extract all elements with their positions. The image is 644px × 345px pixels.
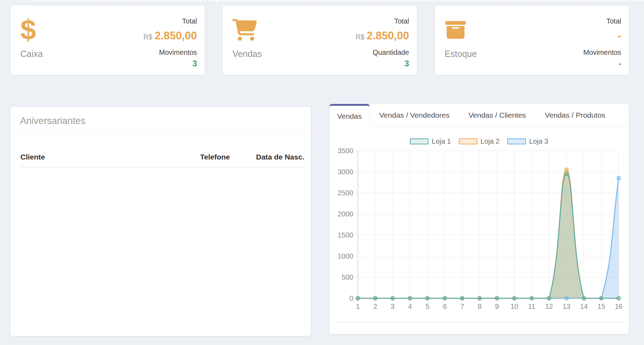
data-point-loja-1 <box>495 297 499 300</box>
data-point-loja-1 <box>513 297 516 300</box>
kpi-cards-row: $ Caixa Total R$2.850,00 Movimentos 3 Ve… <box>11 5 629 75</box>
kpi-card-title: Estoque <box>445 49 477 59</box>
total-value: R$2.850,00 <box>143 30 197 42</box>
y-axis-label: 1000 <box>338 252 354 260</box>
data-point-loja-1 <box>547 297 551 300</box>
total-label: Total <box>583 17 621 25</box>
y-axis-label: 2000 <box>338 210 354 218</box>
kpi-card-estoque: Estoque Total - Movimentos - <box>435 5 629 75</box>
dollar-icon: $ <box>20 16 43 44</box>
count-label: Quantidade <box>355 48 409 57</box>
data-point-loja-1 <box>582 297 586 300</box>
legend-swatch <box>410 138 429 144</box>
tab-vendas[interactable]: Vendas <box>329 104 370 126</box>
x-axis-label: 7 <box>460 302 464 310</box>
legend-item-loja-1[interactable]: Loja 1 <box>410 137 451 145</box>
y-axis-label: 500 <box>342 273 353 281</box>
legend-swatch <box>459 138 477 144</box>
legend-label: Loja 3 <box>529 137 548 145</box>
amount: 2.850,00 <box>367 30 409 42</box>
y-axis-label: 2500 <box>338 189 354 197</box>
x-axis-label: 2 <box>373 302 377 310</box>
tab-vendas-clientes[interactable]: Vendas / Clientes <box>459 104 535 126</box>
total-label: Total <box>143 17 197 25</box>
x-axis-label: 11 <box>528 302 535 310</box>
series-line-loja-1 <box>358 174 619 298</box>
legend-item-loja-3[interactable]: Loja 3 <box>507 137 548 145</box>
legend-swatch <box>507 138 526 144</box>
y-axis-label: 3500 <box>338 147 354 155</box>
chart-tabs: Vendas Vendas / Vendedores Vendas / Clie… <box>329 104 629 126</box>
x-axis-label: 13 <box>562 302 570 310</box>
tab-vendas-produtos[interactable]: Vendas / Produtos <box>535 104 615 126</box>
x-axis-label: 12 <box>545 302 553 310</box>
kpi-card-caixa-stats: Total R$2.850,00 Movimentos 3 <box>143 16 197 75</box>
data-point-loja-1 <box>391 297 394 300</box>
kpi-card-vendas-stats: Total R$2.850,00 Quantidade 3 <box>355 16 409 75</box>
x-axis-label: 6 <box>443 302 447 310</box>
kpi-card-vendas-left: Vendas <box>232 16 262 75</box>
total-label: Total <box>355 17 409 25</box>
data-point-loja-1 <box>617 297 620 300</box>
x-axis-label: 4 <box>408 302 412 310</box>
data-point-loja-3 <box>565 297 568 300</box>
chart-legend: Loja 1Loja 2Loja 3 <box>329 137 629 145</box>
legend-label: Loja 1 <box>432 137 451 145</box>
x-axis-label: 3 <box>391 302 394 310</box>
amount: 2.850,00 <box>155 30 197 42</box>
x-axis-label: 16 <box>615 302 623 310</box>
aniversariantes-title: Aniversariantes <box>11 107 311 134</box>
currency-prefix: R$ <box>355 33 365 41</box>
x-axis-label: 8 <box>478 302 482 310</box>
column-header-data-nasc: Data de Nasc. <box>230 153 304 161</box>
data-point-loja-1 <box>530 297 534 300</box>
data-point-loja-1 <box>356 297 360 300</box>
sales-chart: 0500100015002000250030003500123456789101… <box>329 146 629 322</box>
table-header-underline <box>20 167 305 167</box>
kpi-card-estoque-left: Estoque <box>445 16 477 75</box>
x-axis-label: 5 <box>425 302 429 310</box>
tab-vendas-vendedores[interactable]: Vendas / Vendedores <box>370 104 459 126</box>
data-point-loja-1 <box>478 297 481 300</box>
data-point-loja-1 <box>565 172 568 176</box>
x-axis-label: 15 <box>597 302 605 310</box>
column-header-cliente: Cliente <box>20 153 160 161</box>
x-axis-label: 1 <box>356 302 360 310</box>
sales-chart-panel: Vendas Vendas / Vendedores Vendas / Clie… <box>329 104 629 334</box>
amount: - <box>618 30 621 42</box>
x-axis-label: 10 <box>510 302 518 310</box>
y-axis-label: 3000 <box>338 168 354 176</box>
tab-bar-filler <box>615 104 629 126</box>
top-dashed-divider <box>31 0 644 1</box>
data-point-loja-1 <box>408 297 412 300</box>
birthday-table-header: Cliente Telefone Data de Nasc. <box>11 135 311 161</box>
column-header-telefone: Telefone <box>160 153 230 161</box>
y-axis-label: 0 <box>349 294 353 302</box>
count-value: 3 <box>355 59 409 69</box>
currency-prefix: R$ <box>143 33 153 41</box>
data-point-loja-1 <box>373 297 377 300</box>
kpi-card-caixa-left: $ Caixa <box>20 16 43 75</box>
kpi-card-title: Vendas <box>232 49 262 59</box>
legend-item-loja-2[interactable]: Loja 2 <box>459 137 500 145</box>
data-point-loja-1 <box>443 297 446 300</box>
data-point-loja-2 <box>565 168 568 171</box>
total-value: - <box>583 30 621 42</box>
count-label: Movimentos <box>143 48 197 57</box>
kpi-card-title: Caixa <box>20 49 43 59</box>
count-value: - <box>583 59 621 69</box>
cart-icon <box>232 16 262 44</box>
legend-label: Loja 2 <box>481 137 500 145</box>
data-point-loja-1 <box>461 297 464 300</box>
total-value: R$2.850,00 <box>355 30 409 42</box>
chart-bottom-divider <box>333 322 625 322</box>
x-axis-label: 14 <box>580 302 588 310</box>
dashboard-page: $ Caixa Total R$2.850,00 Movimentos 3 Ve… <box>0 0 644 345</box>
kpi-card-caixa: $ Caixa Total R$2.850,00 Movimentos 3 <box>11 5 205 75</box>
data-point-loja-3 <box>617 176 620 180</box>
aniversariantes-panel: Aniversariantes Cliente Telefone Data de… <box>11 107 311 336</box>
count-value: 3 <box>143 59 197 69</box>
box-icon <box>445 16 477 44</box>
data-point-loja-1 <box>426 297 429 300</box>
kpi-card-vendas: Vendas Total R$2.850,00 Quantidade 3 <box>223 5 417 75</box>
